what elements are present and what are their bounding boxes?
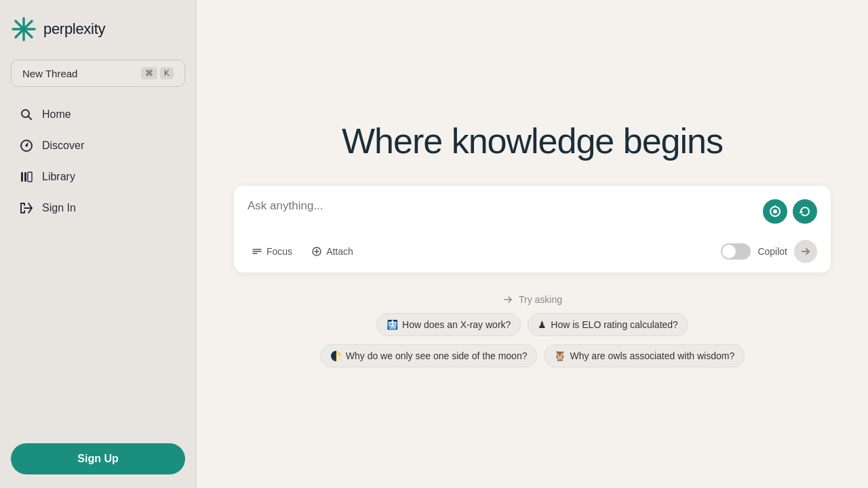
sidebar-item-signin[interactable]: Sign In [11, 194, 185, 222]
submit-button[interactable] [794, 240, 817, 263]
svg-line-5 [28, 117, 32, 120]
sidebar-item-library-label: Library [42, 171, 75, 183]
svg-rect-9 [24, 172, 26, 182]
attach-label: Attach [326, 246, 353, 257]
sign-up-button[interactable]: Sign Up [11, 443, 185, 474]
try-asking-label: Try asking [519, 294, 562, 305]
refresh-icon[interactable] [793, 199, 817, 224]
sidebar-item-discover-label: Discover [42, 140, 84, 152]
main-content: Where knowledge begins [197, 0, 868, 488]
chip-0-text: How does an X-ray work? [402, 319, 511, 330]
svg-rect-8 [21, 172, 23, 182]
new-thread-button[interactable]: New Thread ⌘ K [11, 60, 185, 87]
k-key: K [160, 67, 174, 79]
search-icons [763, 199, 817, 224]
suggestion-chip-3[interactable]: 🦉 Why are owls associated with wisdom? [544, 344, 745, 367]
pro-search-icon[interactable] [763, 199, 787, 224]
suggestion-chip-2[interactable]: 🌓 Why do we only see one side of the moo… [320, 344, 538, 367]
sidebar-item-home[interactable]: Home [11, 100, 185, 129]
suggestions-row-2: 🌓 Why do we only see one side of the moo… [320, 344, 745, 367]
chip-2-text: Why do we only see one side of the moon? [346, 350, 528, 361]
logo-icon [11, 16, 37, 42]
signin-icon [19, 201, 34, 216]
suggestions-row-1: 🩻 How does an X-ray work? ♟ How is ELO r… [376, 313, 688, 336]
new-thread-shortcut: ⌘ K [141, 67, 174, 79]
search-actions-right: Copilot [721, 240, 817, 263]
library-icon [19, 169, 34, 184]
chip-0-emoji: 🩻 [387, 319, 398, 330]
attach-button[interactable]: Attach [307, 243, 357, 260]
cmd-key: ⌘ [141, 67, 157, 79]
focus-label: Focus [267, 246, 292, 257]
nav-items: Home Discover Library [11, 100, 185, 432]
try-arrow-icon [502, 294, 513, 305]
copilot-toggle[interactable] [721, 243, 751, 260]
suggestion-chip-1[interactable]: ♟ How is ELO rating calculated? [528, 313, 688, 336]
svg-rect-10 [28, 172, 32, 182]
compass-icon [19, 138, 34, 153]
try-asking-row: Try asking [502, 294, 562, 305]
chip-1-emoji: ♟ [538, 319, 547, 330]
chip-3-emoji: 🦉 [554, 350, 566, 361]
svg-marker-7 [24, 142, 29, 148]
search-input[interactable] [248, 199, 763, 213]
chip-1-text: How is ELO rating calculated? [551, 319, 678, 330]
search-bottom: Focus Attach Copilot [248, 240, 817, 263]
chip-2-emoji: 🌓 [330, 350, 342, 361]
suggestions-area: Try asking 🩻 How does an X-ray work? ♟ H… [320, 294, 745, 367]
sidebar: perplexity New Thread ⌘ K Home [0, 0, 197, 488]
focus-button[interactable]: Focus [248, 243, 296, 260]
sidebar-item-home-label: Home [42, 108, 71, 121]
logo-area: perplexity [11, 14, 185, 45]
sidebar-item-library[interactable]: Library [11, 163, 185, 191]
copilot-label: Copilot [757, 246, 787, 257]
search-top [248, 199, 817, 224]
headline: Where knowledge begins [342, 121, 723, 161]
logo-text: perplexity [43, 20, 105, 38]
search-box: Focus Attach Copilot [234, 186, 831, 272]
svg-point-13 [773, 209, 777, 214]
sidebar-item-discover[interactable]: Discover [11, 131, 185, 160]
search-icon [19, 107, 34, 122]
search-actions-left: Focus Attach [248, 243, 357, 260]
suggestion-chip-0[interactable]: 🩻 How does an X-ray work? [376, 313, 521, 336]
new-thread-label: New Thread [22, 68, 77, 79]
sidebar-item-signin-label: Sign In [42, 202, 76, 214]
chip-3-text: Why are owls associated with wisdom? [570, 350, 734, 361]
